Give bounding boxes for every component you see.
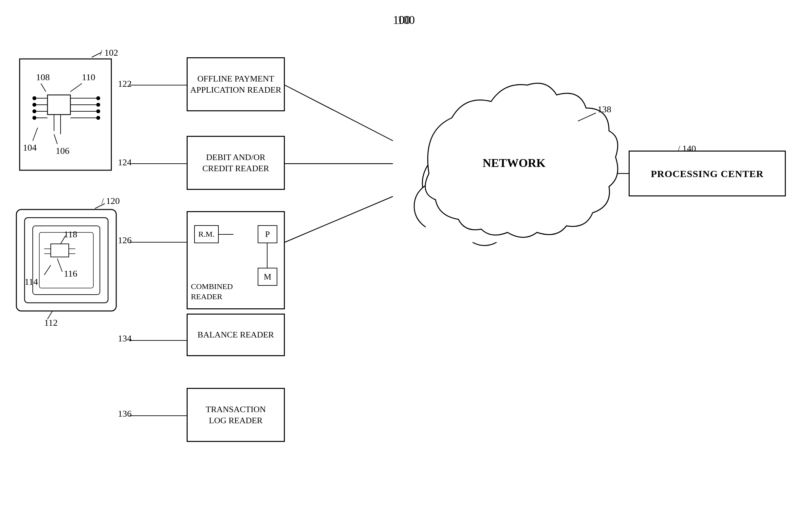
ref-104: 104: [23, 142, 37, 153]
svg-line-22: [70, 84, 82, 92]
ref-124: 124: [118, 157, 132, 167]
svg-rect-50: [426, 183, 543, 242]
svg-point-16: [96, 116, 100, 120]
svg-rect-28: [39, 232, 93, 288]
transaction-log-reader-box: TRANSACTION LOG READER: [187, 388, 285, 442]
svg-line-57: [578, 113, 596, 121]
svg-point-12: [96, 103, 100, 107]
ref-112: 112: [44, 318, 58, 328]
ref-122: 122: [118, 78, 132, 89]
svg-point-48: [414, 182, 463, 231]
combined-reader-box: P R.M. M COMBINED READER: [187, 211, 285, 309]
svg-line-39: [285, 85, 393, 141]
ref-108: 108: [36, 72, 50, 83]
m-box: M: [258, 268, 277, 286]
svg-point-8: [32, 116, 37, 120]
svg-point-6: [32, 109, 37, 113]
processing-center-box: PROCESSING CENTER: [629, 150, 786, 196]
svg-point-43: [422, 150, 488, 216]
svg-rect-1: [47, 95, 70, 115]
combined-reader-label: COMBINED READER: [191, 281, 233, 302]
svg-line-24: [54, 134, 57, 144]
ref-106: 106: [56, 146, 69, 156]
debit-credit-reader-box: DEBIT AND/OR CREDIT READER: [187, 136, 285, 190]
ref-138: 138: [597, 104, 611, 115]
svg-rect-25: [16, 209, 116, 311]
svg-point-4: [32, 103, 37, 107]
balance-reader-box: BALANCE READER: [187, 313, 285, 356]
ref-116: 116: [64, 268, 77, 279]
offline-payment-reader-box: OFFLINE PAYMENT APPLICATION READER: [187, 57, 285, 111]
svg-point-45: [484, 154, 543, 213]
ref-110: 110: [82, 72, 95, 83]
svg-line-37: [57, 259, 62, 272]
svg-text:NETWORK: NETWORK: [483, 157, 546, 170]
svg-line-36: [44, 265, 51, 275]
svg-point-10: [96, 96, 100, 100]
ref-120: / 120: [102, 196, 120, 206]
ref-114: 114: [25, 277, 38, 287]
p-box: P: [258, 225, 277, 243]
ref-136: 136: [118, 409, 132, 419]
svg-point-2: [32, 96, 37, 100]
ref-118: 118: [64, 229, 77, 240]
ref-126: 126: [118, 235, 132, 246]
svg-point-44: [460, 142, 516, 198]
ref-134: 134: [118, 333, 132, 344]
diagram-container: 100: [0, 0, 812, 528]
svg-rect-29: [51, 244, 69, 257]
svg-line-41: [285, 196, 393, 242]
svg-point-46: [475, 183, 527, 236]
rm-box: R.M.: [194, 225, 219, 243]
svg-line-21: [41, 84, 46, 92]
svg-point-47: [442, 187, 494, 239]
svg-line-23: [33, 128, 38, 141]
ref-102: / 102: [100, 47, 118, 58]
fig-number: 100: [393, 13, 410, 27]
svg-point-14: [96, 109, 100, 113]
svg-point-49: [462, 200, 508, 246]
